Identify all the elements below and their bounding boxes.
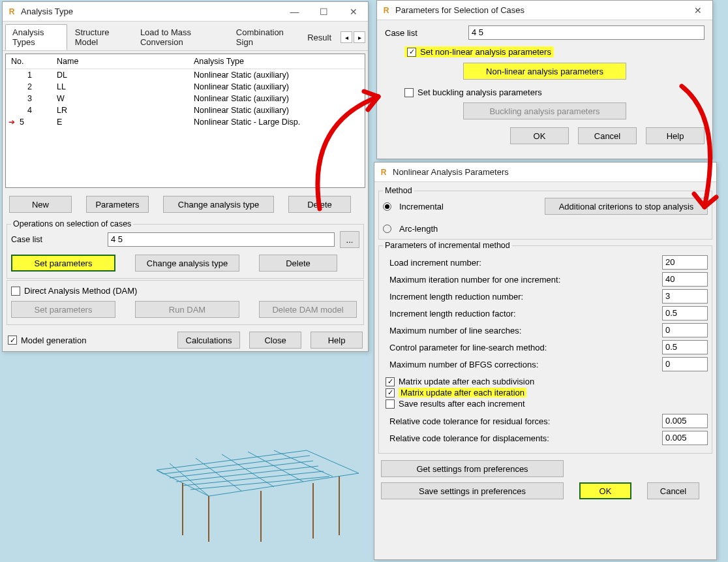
model-generation-checkbox[interactable]: Model generation — [8, 336, 86, 345]
radio-icon — [383, 202, 391, 211]
case-list-input[interactable]: 4 5 — [108, 232, 335, 247]
tab-analysis-types[interactable]: Analysis Types — [5, 24, 67, 50]
col-no[interactable]: No. — [6, 54, 52, 69]
table-row[interactable]: 4LRNonlinear Static (auxiliary) — [6, 104, 365, 116]
radio-icon — [383, 225, 391, 233]
checkbox-icon — [11, 287, 20, 296]
structure-preview — [144, 444, 365, 548]
reduction-factor-input[interactable]: 0.5 — [662, 306, 708, 320]
minimize-button[interactable]: — — [280, 2, 309, 22]
tab-scroll-right[interactable]: ▸ — [354, 31, 365, 43]
titlebar: R Nonlinear Analysis Parameters — [374, 163, 716, 182]
change-analysis-type-button[interactable]: Change analysis type — [163, 196, 274, 213]
matrix-update-iteration-checkbox[interactable]: Matrix update after each iteration — [386, 388, 708, 398]
bfgs-corrections-input[interactable]: 0 — [662, 357, 708, 371]
titlebar: R Parameters for Selection of Cases ✕ — [377, 1, 712, 20]
reduction-number-input[interactable]: 3 — [662, 289, 708, 304]
parameters-button[interactable]: Parameters — [86, 196, 149, 213]
checkbox-icon — [386, 388, 395, 398]
cancel-button[interactable]: Cancel — [578, 127, 637, 144]
window-title: Analysis Type — [21, 7, 280, 16]
table-row[interactable]: ➔ 5ENonlinear Static - Large Disp. — [6, 116, 365, 128]
incremental-params-legend: Parameters of incremental method — [383, 241, 512, 250]
window-title: Nonlinear Analysis Parameters — [393, 167, 716, 177]
dam-set-parameters-button[interactable]: Set parameters — [11, 301, 115, 318]
table-row[interactable]: 2LLNonlinear Static (auxiliary) — [6, 81, 365, 93]
set-parameters-button[interactable]: Set parameters — [11, 255, 115, 272]
new-button[interactable]: New — [9, 196, 72, 213]
matrix-update-subdivision-checkbox[interactable]: Matrix update after each subdivision — [386, 377, 708, 386]
ops-change-analysis-type-button[interactable]: Change analysis type — [135, 255, 239, 272]
save-results-checkbox[interactable]: Save results after each increment — [386, 399, 708, 409]
tab-scroll-left[interactable]: ◂ — [341, 31, 352, 43]
tab-bar: Analysis Types Structure Model Load to M… — [3, 22, 368, 51]
window-title: Parameters for Selection of Cases — [395, 5, 683, 15]
tab-structure-model[interactable]: Structure Model — [68, 24, 132, 50]
checkbox-icon — [404, 88, 414, 97]
calculations-button[interactable]: Calculations — [177, 332, 240, 349]
checkbox-icon — [8, 336, 17, 345]
tolerance-displacements-input[interactable]: 0.005 — [662, 431, 708, 445]
ops-delete-button[interactable]: Delete — [259, 255, 337, 272]
load-increment-input[interactable]: 20 — [662, 255, 708, 270]
case-list-label2: Case list — [385, 28, 463, 38]
help-button[interactable]: Help — [311, 332, 363, 349]
line-search-control-input[interactable]: 0.5 — [662, 340, 708, 354]
col-name[interactable]: Name — [52, 54, 189, 69]
delete-dam-model-button[interactable]: Delete DAM model — [259, 301, 357, 318]
close-button[interactable]: ✕ — [339, 2, 368, 22]
ok-button2[interactable]: OK — [579, 482, 631, 499]
tab-load-to-mass[interactable]: Load to Mass Conversion — [133, 24, 228, 50]
help-button2[interactable]: Help — [646, 127, 705, 144]
method-legend: Method — [383, 186, 414, 195]
col-type[interactable]: Analysis Type — [189, 54, 365, 69]
close-button[interactable]: ✕ — [683, 1, 712, 20]
arclength-radio[interactable]: Arc-length — [383, 224, 708, 234]
get-preferences-button[interactable]: Get settings from preferences — [381, 460, 564, 477]
dam-checkbox[interactable]: Direct Analysis Method (DAM) — [11, 286, 359, 296]
operations-legend: Operations on selection of cases — [11, 219, 133, 228]
dam-fieldset: Direct Analysis Method (DAM) Set paramet… — [7, 280, 364, 325]
table-row[interactable]: 1DLNonlinear Static (auxiliary) — [6, 69, 365, 82]
maximize-button[interactable]: ☐ — [309, 2, 339, 22]
additional-criterions-button[interactable]: Additional criterions to stop analysis — [545, 198, 708, 215]
tab-result[interactable]: Result — [300, 29, 339, 46]
nonlinear-params-window: R Nonlinear Analysis Parameters Method I… — [374, 162, 717, 560]
method-fieldset: Method Incremental Additional criterions… — [378, 186, 712, 240]
checkbox-icon — [386, 399, 395, 409]
parameters-selection-window: R Parameters for Selection of Cases ✕ Ca… — [376, 0, 713, 159]
case-list-label: Case list — [11, 235, 102, 244]
max-iteration-input[interactable]: 40 — [662, 272, 708, 287]
save-preferences-button[interactable]: Save settings in preferences — [381, 482, 564, 499]
table-row[interactable]: 3WNonlinear Static (auxiliary) — [6, 93, 365, 104]
operations-fieldset: Operations on selection of cases Case li… — [7, 219, 364, 279]
run-dam-button[interactable]: Run DAM — [135, 301, 239, 318]
nonlinear-params-button[interactable]: Non-linear analysis parameters — [463, 63, 626, 80]
delete-button[interactable]: Delete — [288, 196, 351, 213]
tab-combination-sign[interactable]: Combination Sign — [229, 24, 299, 50]
set-buckling-checkbox[interactable]: Set buckling analysis parameters — [404, 87, 705, 97]
titlebar: R Analysis Type — ☐ ✕ — [3, 2, 368, 22]
ok-button[interactable]: OK — [510, 127, 569, 144]
app-icon: R — [378, 167, 389, 178]
current-row-arrow-icon: ➔ — [8, 117, 15, 127]
max-line-searches-input[interactable]: 0 — [662, 323, 708, 337]
app-icon: R — [7, 7, 17, 17]
close-dialog-button[interactable]: Close — [249, 332, 301, 349]
case-list-browse-button[interactable]: ... — [340, 231, 359, 248]
cancel-button2[interactable]: Cancel — [647, 482, 699, 499]
set-nonlinear-checkbox[interactable]: Set non-linear analysis parameters — [404, 46, 554, 57]
case-list-input2[interactable]: 4 5 — [468, 25, 705, 40]
checkbox-icon — [386, 377, 395, 386]
incremental-params-fieldset: Parameters of incremental method Load in… — [378, 241, 712, 454]
checkbox-icon — [407, 48, 416, 57]
analysis-type-window: R Analysis Type — ☐ ✕ Analysis Types Str… — [2, 1, 369, 352]
buckling-params-button[interactable]: Buckling analysis parameters — [463, 102, 626, 119]
app-icon: R — [381, 5, 391, 16]
tolerance-forces-input[interactable]: 0.005 — [662, 414, 708, 428]
incremental-radio[interactable]: Incremental — [383, 202, 545, 211]
analysis-table: No. Name Analysis Type 1DLNonlinear Stat… — [5, 54, 365, 188]
